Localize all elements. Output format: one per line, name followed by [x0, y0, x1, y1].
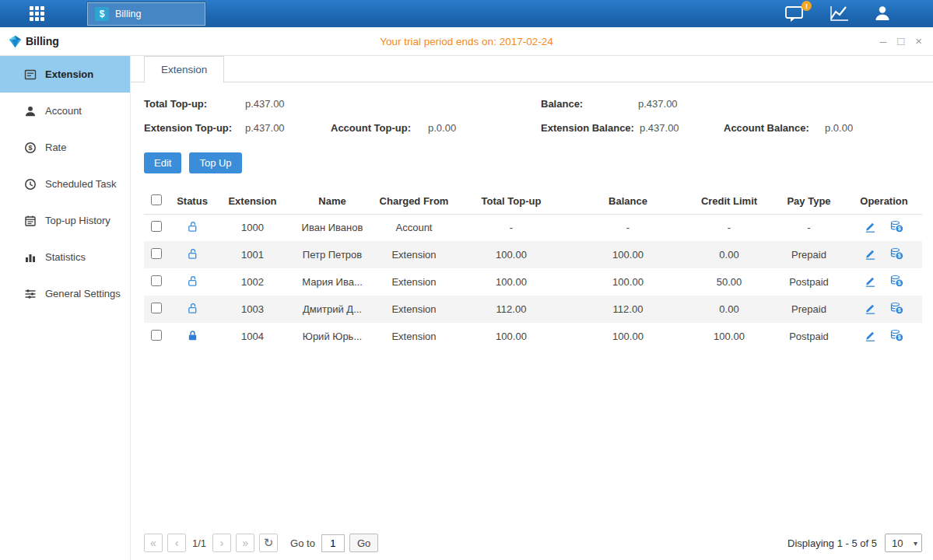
svg-text:$: $: [28, 144, 32, 152]
page-size-select[interactable]: 10 ▾: [885, 534, 922, 552]
status-cell[interactable]: [169, 296, 216, 323]
sidebar-item-label: Scheduled Task: [45, 178, 117, 190]
status-cell[interactable]: [169, 323, 216, 350]
status-cell[interactable]: [169, 241, 216, 268]
account-balance-label: Account Balance:: [724, 122, 809, 134]
top-up-icon[interactable]: $: [890, 302, 903, 317]
top-up-icon[interactable]: $: [890, 220, 903, 235]
lock-closed-icon: [187, 330, 198, 341]
balance-cell: 100.00: [570, 268, 686, 296]
balance-label: Balance:: [541, 98, 583, 110]
status-cell[interactable]: [169, 268, 216, 296]
tab-extension[interactable]: Extension: [144, 56, 224, 83]
top-up-icon[interactable]: $: [890, 247, 903, 262]
table-row: 1002 Мария Ива... Extension 100.00 100.0…: [144, 268, 922, 296]
topbar-billing-tab-label: Billing: [115, 9, 141, 19]
rate-icon: $: [24, 142, 37, 154]
row-checkbox[interactable]: [151, 303, 162, 313]
sidebar-item-label: Rate: [45, 142, 66, 153]
edit-icon[interactable]: [865, 275, 876, 289]
sidebar-item-statistics[interactable]: Statistics: [0, 239, 130, 275]
table-row: 1001 Петр Петров Extension 100.00 100.00…: [144, 241, 922, 268]
row-checkbox[interactable]: [151, 248, 162, 259]
first-page-button[interactable]: «: [144, 534, 163, 552]
sidebar-item-label: Top-up History: [45, 215, 110, 226]
pay-type-cell: -: [772, 214, 846, 241]
col-header-operation: Operation: [846, 188, 922, 214]
total-topup-label: Total Top-up:: [144, 98, 207, 110]
messages-icon[interactable]: !: [784, 4, 810, 24]
credit-limit-cell: 0.00: [686, 296, 772, 323]
sidebar: Extension Account $ Rate Scheduled Task: [0, 56, 131, 560]
charged-from-cell: Extension: [375, 268, 453, 296]
goto-page-input[interactable]: [321, 534, 345, 552]
total-topup-cell: 100.00: [453, 323, 570, 350]
previous-page-button[interactable]: ‹: [167, 534, 186, 552]
col-header-name: Name: [289, 188, 375, 214]
chart-icon[interactable]: [829, 4, 855, 24]
col-header-charged-from: Charged From: [375, 188, 453, 214]
apps-grid-icon[interactable]: [30, 6, 46, 21]
minimize-icon[interactable]: –: [880, 33, 886, 49]
total-topup-value: p.437.00: [245, 98, 285, 110]
go-button[interactable]: Go: [349, 534, 378, 552]
balance-cell: -: [570, 214, 686, 241]
credit-limit-cell: 100.00: [686, 323, 772, 350]
row-checkbox[interactable]: [151, 275, 162, 286]
row-checkbox[interactable]: [151, 330, 162, 341]
select-all-checkbox[interactable]: [151, 194, 162, 205]
account-balance-value: p.0.00: [825, 122, 853, 134]
balance-cell: 100.00: [570, 323, 686, 350]
sidebar-item-account[interactable]: Account: [0, 93, 130, 129]
table-row: 1003 Дмитрий Д... Extension 112.00 112.0…: [144, 296, 922, 323]
charged-from-cell: Extension: [375, 323, 453, 350]
topbar: $ Billing !: [0, 0, 933, 27]
sidebar-item-scheduled-task[interactable]: Scheduled Task: [0, 166, 130, 202]
refresh-icon[interactable]: ↻: [259, 534, 278, 552]
svg-text:$: $: [898, 253, 901, 259]
next-page-button[interactable]: ›: [212, 534, 231, 552]
action-bar: Edit Top Up: [131, 152, 933, 173]
charged-from-cell: Extension: [375, 241, 453, 268]
notification-badge: !: [801, 1, 812, 11]
sidebar-item-rate[interactable]: $ Rate: [0, 129, 130, 166]
summary-panel: Total Top-up: p.437.00 Balance: p.437.00…: [131, 82, 933, 152]
col-header-total-topup: Total Top-up: [453, 188, 570, 214]
extension-topup-label: Extension Top-up:: [144, 122, 232, 134]
svg-text:$: $: [898, 307, 901, 313]
top-up-icon[interactable]: $: [890, 329, 903, 344]
edit-icon[interactable]: [865, 329, 876, 344]
chevron-down-icon: ▾: [914, 539, 917, 548]
status-cell[interactable]: [169, 214, 216, 241]
edit-icon[interactable]: [865, 302, 876, 317]
user-icon[interactable]: [872, 4, 899, 24]
top-up-button[interactable]: Top Up: [189, 152, 241, 173]
svg-text:$: $: [898, 226, 901, 233]
dollar-icon: $: [95, 7, 109, 21]
close-icon[interactable]: ×: [915, 33, 922, 49]
total-topup-cell: -: [453, 214, 570, 241]
edit-icon[interactable]: [865, 247, 876, 262]
topbar-billing-tab[interactable]: $ Billing: [87, 2, 205, 26]
edit-icon[interactable]: [865, 220, 876, 235]
sidebar-item-topup-history[interactable]: Top-up History: [0, 202, 130, 239]
window-header: Billing Your trial period ends on: 2017-…: [0, 27, 933, 56]
operation-cell: $: [846, 296, 922, 323]
top-up-icon[interactable]: $: [890, 275, 903, 289]
svg-text:$: $: [898, 280, 901, 286]
row-checkbox[interactable]: [151, 221, 162, 232]
extension-cell: 1001: [216, 241, 289, 268]
extension-table: Status Extension Name Charged From Total…: [144, 188, 922, 350]
name-cell: Иван Иванов: [289, 214, 375, 241]
name-cell: Мария Ива...: [289, 268, 375, 296]
sidebar-item-general-settings[interactable]: General Settings: [0, 275, 130, 312]
sidebar-item-label: Account: [45, 105, 82, 117]
pay-type-cell: Postpaid: [772, 268, 846, 296]
main-content: Extension Total Top-up: p.437.00 Balance…: [131, 56, 933, 560]
operation-cell: $: [846, 323, 922, 350]
maximize-icon[interactable]: □: [897, 33, 904, 49]
edit-button[interactable]: Edit: [144, 152, 181, 173]
balance-value: p.437.00: [638, 98, 678, 110]
sidebar-item-extension[interactable]: Extension: [0, 56, 130, 93]
last-page-button[interactable]: »: [236, 534, 254, 552]
